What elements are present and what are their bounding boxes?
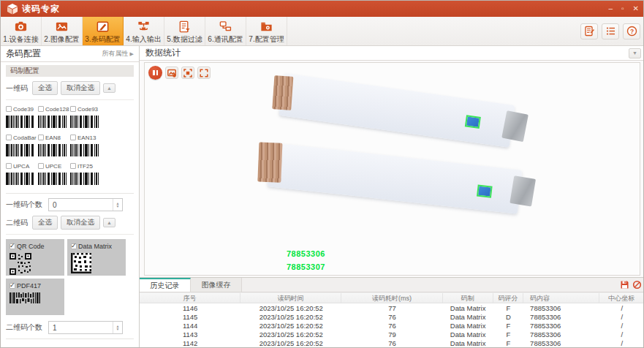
- barcode-sample-image: [70, 144, 99, 156]
- live-image-view[interactable]: 7885330678853307: [144, 62, 640, 276]
- checkbox[interactable]: [71, 243, 77, 249]
- oned-count-spinner[interactable]: 0 ▲▼: [48, 198, 123, 211]
- table-row[interactable]: 1143 2023/10/25 16:20:52 79 Data Matrix …: [140, 330, 644, 338]
- tab-device-connect[interactable]: 1.设备连接: [1, 17, 42, 45]
- oned-code-item[interactable]: Code128: [38, 105, 70, 128]
- oned-code-item[interactable]: EAN13: [70, 133, 102, 156]
- cell-codetype: Data Matrix: [443, 313, 493, 321]
- list-icon: [605, 26, 616, 37]
- help-button[interactable]: ?: [623, 23, 640, 39]
- tab-barcode-config[interactable]: 3.条码配置: [83, 17, 124, 45]
- tab-label: 7.配置管理: [249, 34, 284, 45]
- clear-records-button[interactable]: [632, 280, 642, 290]
- oned-code-item[interactable]: Code39: [6, 105, 38, 128]
- twod-select-all-button[interactable]: 全选: [32, 216, 58, 230]
- table-row[interactable]: 1142 2023/10/25 16:20:52 76 Data Matrix …: [140, 338, 644, 347]
- oned-deselect-all-button[interactable]: 取消全选: [61, 81, 100, 95]
- tab-data-filter[interactable]: 5.数据过滤: [164, 17, 205, 45]
- checkbox[interactable]: [10, 283, 15, 289]
- tab-comm-config[interactable]: 6.通讯配置: [205, 17, 246, 45]
- checkbox[interactable]: [10, 243, 15, 249]
- tab-image-config[interactable]: 2.图像配置: [42, 17, 83, 45]
- oned-code-item[interactable]: EAN8: [38, 133, 70, 156]
- checkbox[interactable]: [6, 106, 12, 112]
- barcode-sample-image: [70, 173, 99, 185]
- save-records-button[interactable]: [620, 280, 629, 290]
- oned-code-item[interactable]: UPCE: [38, 162, 70, 185]
- close-button[interactable]: ✕: [633, 5, 639, 12]
- history-table: 序号 读码时间 读码耗时(ms) 码制 码评分 码内容 中心坐标 1146 20…: [140, 292, 644, 348]
- checkbox[interactable]: [6, 163, 12, 169]
- barcode-sample-image: [6, 144, 35, 156]
- twod-code-item-qr[interactable]: QR Code: [6, 239, 64, 276]
- tab-label: 3.条码配置: [85, 34, 120, 45]
- image-save-button[interactable]: [165, 67, 178, 79]
- cell-index: 1145: [140, 313, 240, 321]
- fit-view-button[interactable]: [181, 67, 194, 79]
- twod-collapse-button[interactable]: ▲: [103, 218, 115, 227]
- spinner-arrows[interactable]: ▲▼: [113, 322, 122, 333]
- list-button[interactable]: [602, 23, 619, 39]
- oned-count-value: 0: [49, 201, 113, 209]
- cell-time: 2023/10/25 16:20:52: [240, 313, 341, 321]
- checkbox[interactable]: [38, 135, 44, 140]
- oned-code-item[interactable]: UPCA: [6, 162, 38, 185]
- twod-count-spinner[interactable]: 1 ▲▼: [48, 321, 123, 334]
- cell-grade: F: [493, 339, 523, 347]
- spinner-arrows[interactable]: ▲▼: [113, 199, 122, 211]
- panel-title: 条码配置: [6, 48, 41, 60]
- maximize-button[interactable]: ▫: [621, 5, 624, 12]
- oned-code-item[interactable]: Code93: [70, 105, 102, 128]
- table-row[interactable]: 1144 2023/10/25 16:20:52 76 Data Matrix …: [140, 321, 644, 330]
- datamatrix-sample-image: [71, 253, 91, 273]
- code-name-label: EAN13: [77, 135, 96, 141]
- tab-label: 6.通讯配置: [208, 34, 243, 45]
- report-button[interactable]: [580, 23, 598, 39]
- folder-gear-icon: [260, 20, 273, 34]
- twod-code-item-pdf417[interactable]: PDF417: [6, 279, 64, 315]
- io-flow-icon: [137, 20, 151, 34]
- cell-time: 2023/10/25 16:20:52: [240, 339, 341, 347]
- filter-document-icon: [178, 20, 192, 34]
- svg-text:?: ?: [629, 28, 633, 35]
- code-name-label: EAN8: [45, 135, 61, 141]
- all-properties-label: 所有属性: [102, 49, 129, 58]
- cell-grade: F: [493, 304, 523, 312]
- tab-label: 2.图像配置: [44, 34, 79, 45]
- fullscreen-button[interactable]: [197, 67, 211, 79]
- minimize-button[interactable]: –: [609, 5, 613, 12]
- all-properties-link[interactable]: 所有属性 ▶: [102, 49, 134, 58]
- oned-group-label: 一维码: [6, 83, 28, 94]
- tab-label: 历史记录: [151, 281, 180, 291]
- camera-icon: [14, 20, 28, 34]
- oned-collapse-button[interactable]: ▲: [103, 83, 115, 93]
- oned-code-item[interactable]: ITF25: [70, 162, 102, 185]
- save-icon: [620, 280, 629, 290]
- checkbox[interactable]: [38, 163, 44, 169]
- oned-code-item[interactable]: CodaBar: [6, 133, 38, 156]
- oned-select-all-button[interactable]: 全选: [32, 81, 58, 95]
- twod-deselect-all-button[interactable]: 取消全选: [61, 216, 100, 230]
- col-header-duration: 读码耗时(ms): [341, 293, 442, 303]
- table-row[interactable]: 1146 2023/10/25 16:20:52 77 Data Matrix …: [140, 303, 644, 312]
- twod-code-item-datamatrix[interactable]: Data Matrix: [67, 239, 126, 276]
- checkbox[interactable]: [6, 135, 12, 140]
- checkbox[interactable]: [70, 135, 76, 140]
- checkbox[interactable]: [38, 106, 44, 112]
- table-row[interactable]: 1145 2023/10/25 16:20:52 76 Data Matrix …: [140, 312, 644, 321]
- history-tab[interactable]: 图像缓存: [191, 278, 242, 292]
- app-logo-cube-icon: [7, 4, 18, 15]
- barcode-sample-image: [70, 116, 99, 128]
- barcode-sample-image: [6, 173, 35, 185]
- cell-center: /: [599, 330, 644, 338]
- pause-button[interactable]: [148, 66, 162, 80]
- oned-count-label: 一维码个数: [6, 200, 42, 210]
- tab-input-output[interactable]: 4.输入输出: [124, 17, 164, 45]
- image-export-icon: [167, 69, 176, 77]
- tab-config-manage[interactable]: 7.配置管理: [246, 17, 287, 45]
- checkbox[interactable]: [70, 106, 76, 112]
- panel-dropdown-button[interactable]: ▼: [629, 48, 641, 58]
- checkbox[interactable]: [70, 163, 76, 169]
- qr-code-sample-image: [10, 253, 31, 275]
- history-tab[interactable]: 历史记录: [140, 278, 191, 292]
